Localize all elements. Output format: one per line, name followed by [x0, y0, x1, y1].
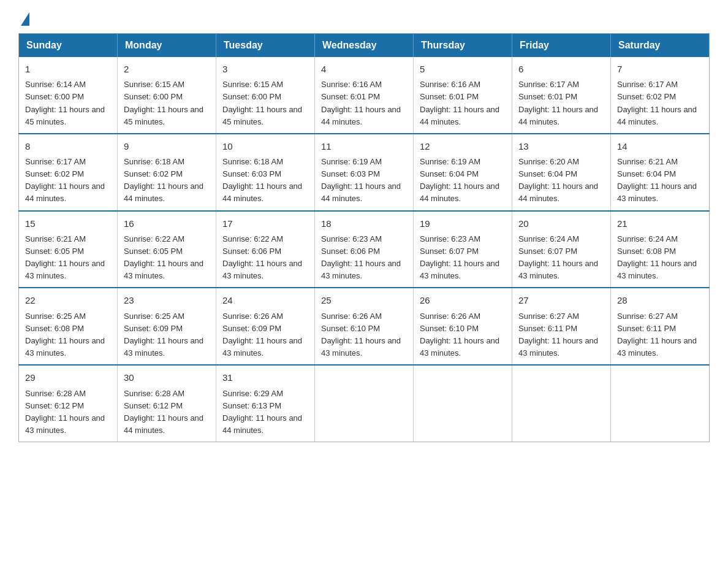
day-info: Sunrise: 6:28 AMSunset: 6:12 PMDaylight:…	[25, 389, 105, 435]
day-number: 9	[124, 139, 210, 153]
calendar-cell: 11Sunrise: 6:19 AMSunset: 6:03 PMDayligh…	[315, 134, 414, 211]
calendar-cell: 15Sunrise: 6:21 AMSunset: 6:05 PMDayligh…	[19, 211, 118, 288]
day-number: 15	[25, 216, 111, 231]
day-info: Sunrise: 6:17 AMSunset: 6:02 PMDaylight:…	[617, 80, 697, 126]
day-number: 31	[222, 370, 308, 385]
calendar-cell: 2Sunrise: 6:15 AMSunset: 6:00 PMDaylight…	[118, 57, 216, 134]
day-info: Sunrise: 6:29 AMSunset: 6:13 PMDaylight:…	[222, 389, 302, 435]
weekday-header-thursday: Thursday	[414, 34, 512, 58]
calendar-cell	[611, 365, 710, 442]
calendar-cell: 1Sunrise: 6:14 AMSunset: 6:00 PMDaylight…	[19, 57, 118, 134]
calendar-cell	[512, 365, 611, 442]
calendar-cell: 12Sunrise: 6:19 AMSunset: 6:04 PMDayligh…	[414, 134, 512, 211]
day-info: Sunrise: 6:25 AMSunset: 6:09 PMDaylight:…	[124, 312, 203, 358]
day-number: 29	[25, 370, 111, 385]
day-number: 4	[321, 62, 407, 76]
day-info: Sunrise: 6:14 AMSunset: 6:00 PMDaylight:…	[25, 80, 105, 126]
day-number: 8	[25, 139, 111, 153]
day-number: 10	[222, 139, 308, 153]
calendar-cell: 27Sunrise: 6:27 AMSunset: 6:11 PMDayligh…	[512, 288, 611, 365]
page-header	[18, 12, 710, 22]
day-number: 24	[222, 293, 308, 307]
day-info: Sunrise: 6:18 AMSunset: 6:03 PMDaylight:…	[222, 157, 302, 203]
calendar-cell: 17Sunrise: 6:22 AMSunset: 6:06 PMDayligh…	[216, 211, 315, 288]
logo-triangle-icon	[21, 12, 29, 26]
day-number: 26	[420, 293, 506, 307]
day-info: Sunrise: 6:15 AMSunset: 6:00 PMDaylight:…	[124, 80, 203, 126]
day-number: 23	[124, 293, 210, 307]
calendar-week-row: 22Sunrise: 6:25 AMSunset: 6:08 PMDayligh…	[19, 288, 710, 365]
weekday-header-friday: Friday	[512, 34, 611, 58]
calendar-cell: 22Sunrise: 6:25 AMSunset: 6:08 PMDayligh…	[19, 288, 118, 365]
calendar-cell: 21Sunrise: 6:24 AMSunset: 6:08 PMDayligh…	[611, 211, 710, 288]
calendar-cell: 23Sunrise: 6:25 AMSunset: 6:09 PMDayligh…	[118, 288, 216, 365]
day-info: Sunrise: 6:24 AMSunset: 6:07 PMDaylight:…	[518, 234, 598, 280]
day-number: 14	[617, 139, 703, 153]
calendar-table: SundayMondayTuesdayWednesdayThursdayFrid…	[18, 33, 710, 442]
day-info: Sunrise: 6:26 AMSunset: 6:10 PMDaylight:…	[321, 312, 401, 358]
calendar-cell: 14Sunrise: 6:21 AMSunset: 6:04 PMDayligh…	[611, 134, 710, 211]
day-info: Sunrise: 6:21 AMSunset: 6:04 PMDaylight:…	[617, 157, 697, 203]
calendar-cell: 9Sunrise: 6:18 AMSunset: 6:02 PMDaylight…	[118, 134, 216, 211]
day-number: 5	[420, 62, 506, 76]
day-info: Sunrise: 6:19 AMSunset: 6:03 PMDaylight:…	[321, 157, 401, 203]
day-info: Sunrise: 6:22 AMSunset: 6:05 PMDaylight:…	[124, 234, 203, 280]
calendar-cell	[414, 365, 512, 442]
calendar-cell: 25Sunrise: 6:26 AMSunset: 6:10 PMDayligh…	[315, 288, 414, 365]
calendar-week-row: 15Sunrise: 6:21 AMSunset: 6:05 PMDayligh…	[19, 211, 710, 288]
weekday-header-wednesday: Wednesday	[315, 34, 414, 58]
day-number: 7	[617, 62, 703, 76]
day-number: 21	[617, 216, 703, 231]
calendar-cell: 31Sunrise: 6:29 AMSunset: 6:13 PMDayligh…	[216, 365, 315, 442]
calendar-week-row: 1Sunrise: 6:14 AMSunset: 6:00 PMDaylight…	[19, 57, 710, 134]
day-number: 2	[124, 62, 210, 76]
weekday-header-row: SundayMondayTuesdayWednesdayThursdayFrid…	[19, 34, 710, 58]
day-info: Sunrise: 6:24 AMSunset: 6:08 PMDaylight:…	[617, 234, 697, 280]
calendar-cell: 4Sunrise: 6:16 AMSunset: 6:01 PMDaylight…	[315, 57, 414, 134]
day-info: Sunrise: 6:18 AMSunset: 6:02 PMDaylight:…	[124, 157, 203, 203]
day-number: 17	[222, 216, 308, 231]
day-number: 1	[25, 62, 111, 76]
logo	[18, 12, 29, 22]
day-number: 3	[222, 62, 308, 76]
day-number: 16	[124, 216, 210, 231]
day-info: Sunrise: 6:21 AMSunset: 6:05 PMDaylight:…	[25, 234, 105, 280]
calendar-cell: 18Sunrise: 6:23 AMSunset: 6:06 PMDayligh…	[315, 211, 414, 288]
day-info: Sunrise: 6:17 AMSunset: 6:02 PMDaylight:…	[25, 157, 105, 203]
calendar-cell: 20Sunrise: 6:24 AMSunset: 6:07 PMDayligh…	[512, 211, 611, 288]
day-info: Sunrise: 6:22 AMSunset: 6:06 PMDaylight:…	[222, 234, 302, 280]
calendar-cell: 16Sunrise: 6:22 AMSunset: 6:05 PMDayligh…	[118, 211, 216, 288]
calendar-cell: 19Sunrise: 6:23 AMSunset: 6:07 PMDayligh…	[414, 211, 512, 288]
day-info: Sunrise: 6:26 AMSunset: 6:09 PMDaylight:…	[222, 312, 302, 358]
weekday-header-tuesday: Tuesday	[216, 34, 315, 58]
day-number: 18	[321, 216, 407, 231]
day-info: Sunrise: 6:28 AMSunset: 6:12 PMDaylight:…	[124, 389, 203, 435]
calendar-cell: 8Sunrise: 6:17 AMSunset: 6:02 PMDaylight…	[19, 134, 118, 211]
calendar-cell: 30Sunrise: 6:28 AMSunset: 6:12 PMDayligh…	[118, 365, 216, 442]
day-info: Sunrise: 6:26 AMSunset: 6:10 PMDaylight:…	[420, 312, 499, 358]
calendar-week-row: 8Sunrise: 6:17 AMSunset: 6:02 PMDaylight…	[19, 134, 710, 211]
calendar-cell: 24Sunrise: 6:26 AMSunset: 6:09 PMDayligh…	[216, 288, 315, 365]
calendar-cell: 26Sunrise: 6:26 AMSunset: 6:10 PMDayligh…	[414, 288, 512, 365]
day-info: Sunrise: 6:27 AMSunset: 6:11 PMDaylight:…	[518, 312, 598, 358]
calendar-cell: 10Sunrise: 6:18 AMSunset: 6:03 PMDayligh…	[216, 134, 315, 211]
calendar-cell: 5Sunrise: 6:16 AMSunset: 6:01 PMDaylight…	[414, 57, 512, 134]
weekday-header-saturday: Saturday	[611, 34, 710, 58]
day-number: 27	[518, 293, 604, 307]
day-info: Sunrise: 6:27 AMSunset: 6:11 PMDaylight:…	[617, 312, 697, 358]
day-number: 19	[420, 216, 506, 231]
calendar-cell: 29Sunrise: 6:28 AMSunset: 6:12 PMDayligh…	[19, 365, 118, 442]
weekday-header-sunday: Sunday	[19, 34, 118, 58]
day-number: 12	[420, 139, 506, 153]
day-info: Sunrise: 6:23 AMSunset: 6:07 PMDaylight:…	[420, 234, 499, 280]
day-info: Sunrise: 6:16 AMSunset: 6:01 PMDaylight:…	[420, 80, 499, 126]
day-info: Sunrise: 6:15 AMSunset: 6:00 PMDaylight:…	[222, 80, 302, 126]
calendar-cell: 13Sunrise: 6:20 AMSunset: 6:04 PMDayligh…	[512, 134, 611, 211]
day-info: Sunrise: 6:16 AMSunset: 6:01 PMDaylight:…	[321, 80, 401, 126]
calendar-week-row: 29Sunrise: 6:28 AMSunset: 6:12 PMDayligh…	[19, 365, 710, 442]
day-info: Sunrise: 6:20 AMSunset: 6:04 PMDaylight:…	[518, 157, 598, 203]
day-info: Sunrise: 6:23 AMSunset: 6:06 PMDaylight:…	[321, 234, 401, 280]
calendar-cell: 28Sunrise: 6:27 AMSunset: 6:11 PMDayligh…	[611, 288, 710, 365]
day-number: 30	[124, 370, 210, 385]
day-number: 28	[617, 293, 703, 307]
